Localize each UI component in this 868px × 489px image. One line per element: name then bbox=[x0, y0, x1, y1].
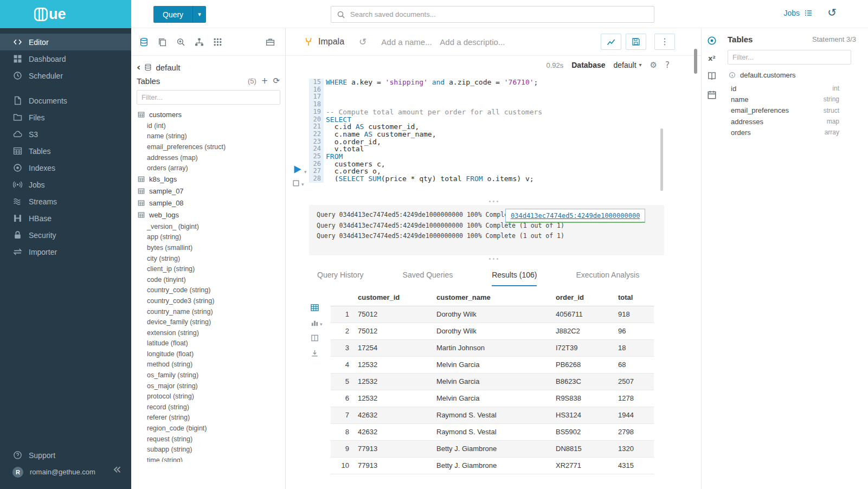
apps-grid-icon[interactable] bbox=[213, 37, 222, 47]
table-row[interactable]: 742632Raymond S. VestalHS31241944 bbox=[331, 407, 654, 423]
sidebar-item-scheduler[interactable]: Scheduler bbox=[0, 67, 131, 84]
column-item[interactable]: subapp (string) bbox=[131, 444, 285, 455]
sidebar-item-dashboard[interactable]: Dashboard bbox=[0, 50, 131, 67]
language-reference-icon[interactable] bbox=[707, 71, 717, 81]
table-item-customers[interactable]: customers bbox=[131, 108, 285, 120]
resize-handle-top[interactable] bbox=[286, 198, 701, 205]
query-button[interactable]: Query bbox=[153, 6, 192, 23]
table-row[interactable]: 977913Betty J. GiambroneDN88151320 bbox=[331, 440, 654, 457]
query-id-link[interactable]: 034d413ec7474ed5:4249de1000000000 bbox=[511, 212, 640, 220]
execute-button[interactable]: ▾ bbox=[292, 164, 307, 175]
grid-view-icon[interactable] bbox=[311, 304, 327, 312]
batch-button[interactable]: ▾ bbox=[292, 179, 307, 187]
more-actions-button[interactable]: ⋮ bbox=[654, 34, 675, 50]
table-item-k8s_logs[interactable]: k8s_logs bbox=[131, 173, 285, 185]
chevron-left-icon[interactable]: ‹ bbox=[137, 62, 140, 72]
column-header[interactable]: customer_name bbox=[436, 289, 556, 306]
column-header[interactable]: customer_id bbox=[358, 289, 436, 306]
column-item[interactable]: protocol (string) bbox=[131, 391, 285, 402]
sidebar-item-s3[interactable]: S3 bbox=[0, 126, 131, 143]
column-item[interactable]: orders (array) bbox=[131, 163, 285, 173]
main-scrollbar[interactable] bbox=[694, 49, 697, 74]
chart-button[interactable] bbox=[601, 34, 621, 50]
quick-browse-icon[interactable] bbox=[707, 36, 717, 46]
jobs-link[interactable]: Jobs bbox=[783, 9, 813, 17]
sidebar-item-support[interactable]: Support bbox=[0, 447, 131, 464]
sidebar-item-files[interactable]: Files bbox=[0, 109, 131, 126]
column-item[interactable]: city (string) bbox=[131, 253, 285, 264]
column-item[interactable]: device_family (string) bbox=[131, 317, 285, 327]
column-item[interactable]: os_family (string) bbox=[131, 370, 285, 381]
columns-toggle-icon[interactable] bbox=[311, 334, 327, 342]
code-editor[interactable]: 1516171819202122232425262728 WHERE a.key… bbox=[286, 74, 701, 198]
table-row[interactable]: 1077913Betty J. GiambroneXR27714315 bbox=[331, 457, 654, 474]
sidebar-item-importer[interactable]: Importer bbox=[0, 243, 131, 260]
column-item[interactable]: referer (string) bbox=[131, 413, 285, 423]
query-name-input[interactable] bbox=[381, 37, 435, 47]
query-history-icon[interactable]: ↺ bbox=[359, 37, 367, 47]
tab-saved-queries[interactable]: Saved Queries bbox=[403, 271, 453, 286]
sidebar-item-user[interactable]: R romain@gethue.com bbox=[0, 464, 131, 480]
sidebar-item-tables[interactable]: Tables bbox=[0, 143, 131, 159]
column-item[interactable]: country_code3 (string) bbox=[131, 295, 285, 306]
refresh-icon[interactable]: ⟳ bbox=[273, 77, 280, 85]
column-item[interactable]: os_major (string) bbox=[131, 381, 285, 391]
zoom-search-icon[interactable] bbox=[176, 37, 185, 47]
column-item[interactable]: _version_ (bigint) bbox=[131, 221, 285, 232]
column-item[interactable]: extension (string) bbox=[131, 327, 285, 338]
tab-query-history[interactable]: Query History bbox=[317, 271, 364, 286]
download-icon[interactable] bbox=[311, 349, 327, 357]
column-item[interactable]: email_preferences (struct) bbox=[131, 141, 285, 152]
history-icon[interactable]: ↺ bbox=[827, 7, 837, 18]
right-filter-input[interactable] bbox=[728, 50, 851, 65]
editor-scrollbar[interactable] bbox=[660, 128, 663, 191]
chart-view-icon[interactable]: ▾ bbox=[311, 319, 327, 327]
schedule-icon[interactable] bbox=[707, 90, 717, 100]
sitemap-icon[interactable] bbox=[195, 37, 204, 47]
column-item-id[interactable]: idint bbox=[722, 83, 868, 94]
table-row[interactable]: 317254Martin JohnsonI72T3918 bbox=[331, 339, 654, 356]
database-select[interactable]: default ▾ bbox=[614, 61, 642, 69]
sidebar-item-editor[interactable]: Editor bbox=[0, 34, 131, 50]
save-button[interactable] bbox=[626, 34, 646, 50]
sidebar-collapse-button[interactable]: « bbox=[113, 462, 121, 476]
column-header[interactable]: order_id bbox=[556, 289, 618, 306]
tab-results[interactable]: Results (106) bbox=[492, 271, 537, 286]
briefcase-icon[interactable] bbox=[266, 37, 275, 47]
table-row[interactable]: 512532Melvin GarciaB8623C2507 bbox=[331, 373, 654, 390]
table-item-web_logs[interactable]: web_logs bbox=[131, 209, 285, 221]
table-row[interactable]: 612532Melvin GarciaR9S8381278 bbox=[331, 390, 654, 407]
column-item[interactable]: latitude (float) bbox=[131, 338, 285, 349]
database-source-icon[interactable] bbox=[139, 37, 149, 47]
documents-source-icon[interactable] bbox=[158, 37, 167, 47]
column-header[interactable]: total bbox=[618, 289, 654, 306]
info-icon[interactable] bbox=[729, 72, 736, 79]
search-input[interactable] bbox=[350, 10, 648, 18]
column-item-email_preferences[interactable]: email_preferencesstruct bbox=[722, 105, 868, 116]
code-content[interactable]: WHERE a.key = 'shipping' and a.zip_code … bbox=[326, 79, 542, 183]
column-item[interactable]: country_code (string) bbox=[131, 285, 285, 296]
hue-logo[interactable]: ue bbox=[0, 0, 131, 28]
help-icon[interactable]: ? bbox=[665, 61, 670, 69]
table-row[interactable]: 842632Raymond S. VestalBS59022798 bbox=[331, 423, 654, 440]
table-row[interactable]: 412532Melvin GarciaPB626868 bbox=[331, 356, 654, 373]
settings-gear-icon[interactable]: ⚙ bbox=[650, 61, 657, 69]
column-item[interactable]: request (string) bbox=[131, 434, 285, 445]
column-item[interactable]: time (string) bbox=[131, 455, 285, 462]
column-item[interactable]: addresses (map) bbox=[131, 152, 285, 163]
table-row[interactable]: 275012Dorothy WilkJ882C296 bbox=[331, 323, 654, 339]
column-item[interactable]: code (tinyint) bbox=[131, 274, 285, 285]
breadcrumb-database[interactable]: default bbox=[156, 63, 180, 72]
table-item-sample_08[interactable]: sample_08 bbox=[131, 197, 285, 209]
query-description-input[interactable] bbox=[440, 37, 505, 47]
functions-icon[interactable]: x² bbox=[708, 55, 716, 62]
column-item-orders[interactable]: ordersarray bbox=[722, 127, 868, 138]
column-item[interactable]: method (string) bbox=[131, 359, 285, 370]
column-item[interactable]: name (string) bbox=[131, 131, 285, 142]
add-table-icon[interactable]: + bbox=[261, 77, 268, 85]
sidebar-item-security[interactable]: Security bbox=[0, 227, 131, 243]
column-item-name[interactable]: namestring bbox=[722, 94, 868, 105]
table-item-sample_07[interactable]: sample_07 bbox=[131, 185, 285, 197]
column-item[interactable]: longitude (float) bbox=[131, 349, 285, 359]
tab-execution-analysis[interactable]: Execution Analysis bbox=[576, 271, 639, 286]
